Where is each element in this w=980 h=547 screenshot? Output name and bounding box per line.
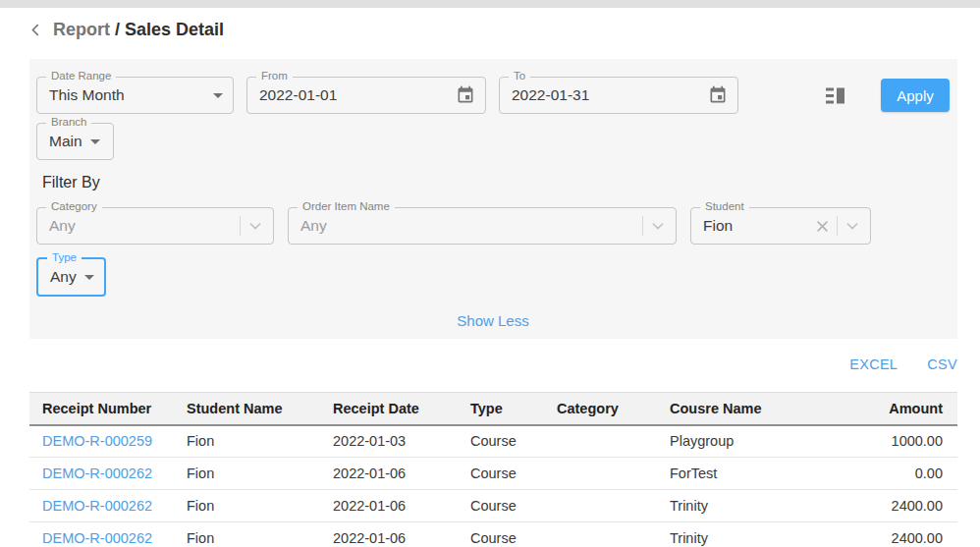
table-row: DEMO-R-000262 Fion 2022-01-06 Course Tri… bbox=[29, 522, 957, 547]
from-date-input[interactable]: From 2022-01-01 bbox=[246, 77, 486, 114]
receipt-link[interactable]: DEMO-R-000259 bbox=[42, 433, 152, 449]
col-type: Type bbox=[470, 393, 557, 425]
to-date-input[interactable]: To 2022-01-31 bbox=[499, 77, 738, 114]
table-row: DEMO-R-000262 Fion 2022-01-06 Course Tri… bbox=[29, 490, 957, 522]
receipt-number-cell: DEMO-R-000262 bbox=[29, 522, 187, 547]
col-amount: Amount bbox=[825, 393, 957, 425]
show-less-link[interactable]: Show Less bbox=[457, 312, 528, 329]
chevron-down-icon[interactable] bbox=[844, 218, 860, 234]
excel-export-link[interactable]: EXCEL bbox=[849, 356, 898, 372]
receipt-link[interactable]: DEMO-R-000262 bbox=[42, 498, 152, 514]
receipt-date-cell: 2022-01-06 bbox=[333, 522, 470, 547]
category-value: Any bbox=[49, 217, 76, 235]
date-range-value: This Month bbox=[49, 86, 125, 104]
chevron-down-icon[interactable] bbox=[247, 218, 263, 234]
breadcrumb: Report / Sales Detail bbox=[0, 8, 980, 51]
filter-by-heading: Filter By bbox=[42, 174, 950, 191]
student-name-cell: Fion bbox=[187, 522, 333, 547]
date-range-label: Date Range bbox=[46, 70, 116, 82]
student-label: Student bbox=[700, 200, 749, 212]
clear-icon[interactable] bbox=[815, 219, 830, 234]
receipt-date-cell: 2022-01-03 bbox=[333, 425, 470, 458]
branch-label: Branch bbox=[46, 116, 91, 128]
student-combobox[interactable]: Student Fion bbox=[690, 207, 871, 245]
from-label: From bbox=[256, 70, 293, 82]
category-label: Category bbox=[46, 200, 102, 212]
apply-button[interactable]: Apply bbox=[881, 79, 950, 112]
student-name-cell: Fion bbox=[187, 458, 333, 490]
table-row: DEMO-R-000262 Fion 2022-01-06 Course For… bbox=[29, 458, 957, 490]
amount-cell: 1000.00 bbox=[825, 425, 957, 458]
course-name-cell: Playgroup bbox=[670, 425, 825, 458]
calendar-icon[interactable] bbox=[456, 85, 475, 105]
type-label: Type bbox=[47, 251, 82, 263]
student-name-cell: Fion bbox=[187, 425, 333, 458]
order-item-name-label: Order Item Name bbox=[298, 200, 395, 212]
chevron-down-icon[interactable] bbox=[650, 218, 666, 234]
course-name-cell: Trinity bbox=[670, 490, 825, 522]
amount-cell: 2400.00 bbox=[825, 490, 957, 522]
type-cell: Course bbox=[470, 522, 557, 547]
table-row: DEMO-R-000259 Fion 2022-01-03 Course Pla… bbox=[29, 425, 957, 458]
breadcrumb-parent[interactable]: Report bbox=[53, 20, 110, 40]
column-settings-icon[interactable] bbox=[826, 86, 846, 105]
col-receipt-date: Receipt Date bbox=[333, 393, 470, 425]
type-cell: Course bbox=[470, 458, 557, 490]
course-name-cell: Trinity bbox=[670, 522, 825, 547]
student-value: Fion bbox=[703, 217, 733, 235]
receipt-link[interactable]: DEMO-R-000262 bbox=[42, 465, 152, 481]
export-links: EXCEL CSV bbox=[0, 356, 957, 372]
amount-cell: 2400.00 bbox=[825, 522, 957, 547]
from-value: 2022-01-01 bbox=[259, 86, 337, 104]
type-cell: Course bbox=[470, 490, 557, 522]
table-header-row: Receipt Number Student Name Receipt Date… bbox=[29, 393, 957, 425]
category-combobox[interactable]: Category Any bbox=[36, 207, 274, 245]
order-item-name-combobox[interactable]: Order Item Name Any bbox=[288, 207, 677, 245]
branch-value: Main bbox=[49, 133, 82, 150]
dropdown-arrow-icon bbox=[213, 93, 223, 98]
col-student-name: Student Name bbox=[187, 393, 333, 425]
category-cell bbox=[557, 425, 670, 458]
category-cell bbox=[557, 458, 670, 490]
course-name-cell: ForTest bbox=[670, 458, 825, 490]
top-strip bbox=[0, 0, 980, 8]
receipt-number-cell: DEMO-R-000262 bbox=[29, 490, 187, 522]
type-select[interactable]: Type Any bbox=[36, 257, 106, 297]
receipt-link[interactable]: DEMO-R-000262 bbox=[42, 530, 152, 546]
student-name-cell: Fion bbox=[187, 490, 333, 522]
filter-panel: Date Range This Month From 2022-01-01 To… bbox=[29, 59, 957, 339]
amount-cell: 0.00 bbox=[825, 458, 957, 490]
col-category: Category bbox=[557, 393, 670, 425]
calendar-icon[interactable] bbox=[708, 85, 728, 105]
receipt-number-cell: DEMO-R-000259 bbox=[29, 425, 187, 458]
type-cell: Course bbox=[470, 425, 557, 458]
dropdown-arrow-icon bbox=[84, 275, 94, 280]
col-receipt-number: Receipt Number bbox=[29, 393, 187, 425]
category-cell bbox=[557, 522, 670, 547]
back-chevron-icon[interactable] bbox=[27, 21, 44, 38]
dropdown-arrow-icon bbox=[90, 139, 100, 144]
branch-select[interactable]: Branch Main bbox=[36, 123, 114, 160]
col-course-name: Cousre Name bbox=[670, 393, 825, 425]
breadcrumb-separator: / bbox=[115, 20, 120, 40]
to-label: To bbox=[509, 70, 530, 82]
category-cell bbox=[557, 490, 670, 522]
sales-detail-table: Receipt Number Student Name Receipt Date… bbox=[29, 392, 957, 547]
date-range-select[interactable]: Date Range This Month bbox=[36, 77, 234, 114]
receipt-number-cell: DEMO-R-000262 bbox=[29, 458, 187, 490]
receipt-date-cell: 2022-01-06 bbox=[333, 490, 470, 522]
table-body: DEMO-R-000259 Fion 2022-01-03 Course Pla… bbox=[29, 425, 957, 547]
page-title: Sales Detail bbox=[125, 20, 224, 40]
csv-export-link[interactable]: CSV bbox=[927, 356, 957, 372]
type-value: Any bbox=[50, 268, 77, 286]
receipt-date-cell: 2022-01-06 bbox=[333, 458, 470, 490]
to-value: 2022-01-31 bbox=[512, 86, 589, 104]
order-item-name-value: Any bbox=[300, 217, 327, 235]
